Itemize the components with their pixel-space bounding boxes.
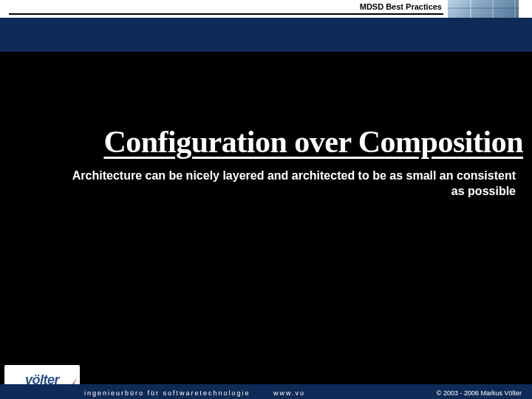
header-bar: MDSD Best Practices — [0, 0, 532, 18]
footer: völter ingenieurbüro für softwaretechnol… — [0, 353, 532, 399]
footer-band: ingenieurbüro für softwaretechnologie ww… — [0, 384, 532, 399]
slide-title: Configuration over Composition — [41, 124, 523, 160]
footer-tagline: ingenieurbüro für softwaretechnologie — [84, 389, 250, 397]
header-label: MDSD Best Practices — [360, 2, 442, 11]
footer-url: www.vo — [273, 389, 305, 397]
footer-copyright: © 2003 - 2006 Markus Völter — [437, 389, 522, 397]
header-graphic — [448, 0, 519, 18]
header-navy-band — [0, 18, 532, 52]
header-rule — [9, 13, 443, 15]
slide-subtitle: Architecture can be nicely layered and a… — [70, 168, 516, 200]
